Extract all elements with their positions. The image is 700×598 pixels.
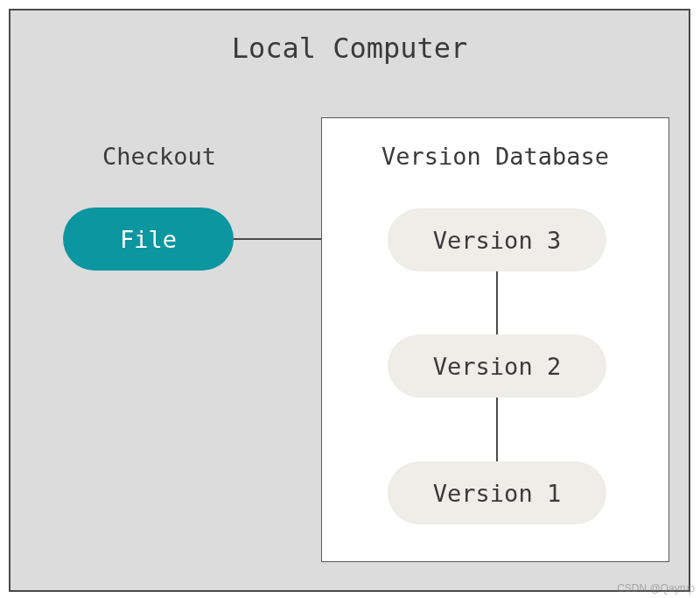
file-node-label: File	[120, 226, 177, 253]
version-database-title: Version Database	[322, 143, 668, 170]
local-computer-frame: Local Computer Checkout File Version Dat…	[9, 9, 690, 592]
watermark: CSDN @Qayrup	[617, 582, 695, 594]
connector-v3-v2	[496, 271, 498, 334]
file-node: File	[63, 208, 234, 271]
version-node-3-label: Version 3	[433, 227, 561, 254]
version-database-box: Version Database Version 3 Version 2 Ver…	[321, 117, 669, 562]
version-node-2-label: Version 2	[433, 353, 561, 380]
version-node-1-label: Version 1	[433, 480, 561, 507]
checkout-label: Checkout	[72, 143, 247, 170]
frame-title: Local Computer	[10, 32, 689, 65]
version-node-3: Version 3	[388, 208, 606, 271]
version-node-1: Version 1	[388, 461, 606, 524]
connector-v2-v1	[496, 397, 498, 461]
version-node-2: Version 2	[388, 334, 606, 397]
